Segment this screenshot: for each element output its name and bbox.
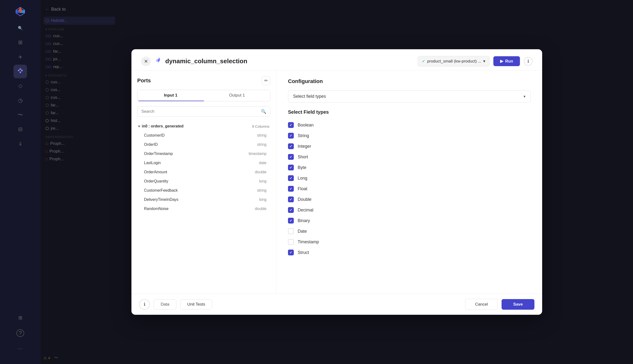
checkbox-double[interactable] (288, 196, 294, 202)
sidebar-item-graph[interactable] (14, 65, 27, 78)
configuration-panel: Configuration Select field types ▾ Selec… (276, 70, 542, 294)
checkbox-date[interactable] (288, 228, 294, 234)
ports-tabs: Input 1 Output 1 (137, 90, 270, 102)
sidebar-item-layout[interactable]: ⊟ (14, 122, 27, 136)
save-label: Save (513, 302, 523, 306)
sidebar-item-home[interactable]: ⊞ (14, 36, 27, 49)
checkbox-boolean[interactable] (288, 122, 294, 128)
sidebar-item-table[interactable]: ⊞ (14, 311, 27, 324)
checkbox-short[interactable] (288, 154, 294, 160)
sidebar-item-clock[interactable]: ◷ (14, 94, 27, 107)
field-type-label-long: Long (298, 176, 307, 181)
clock-icon: ◷ (18, 97, 23, 104)
cancel-button[interactable]: Cancel (465, 299, 498, 310)
column-row: OrderQuantity long (137, 177, 270, 186)
ports-header: Ports ✏ (137, 76, 270, 85)
configuration-title: Configuration (288, 78, 531, 84)
ports-title: Ports (137, 78, 151, 84)
columns-count: 9 Columns (252, 124, 269, 128)
field-type-float: Float (288, 184, 531, 194)
search-box: 🔍 (137, 106, 270, 117)
product-selector-dropdown[interactable]: ✓ product_small (kw-product) ... ▾ (418, 56, 489, 66)
field-type-label-struct: Struct (298, 250, 309, 255)
checkbox-struct[interactable] (288, 250, 294, 256)
svg-rect-6 (21, 70, 23, 71)
ports-edit-button[interactable]: ✏ (262, 76, 270, 85)
checkbox-string[interactable] (288, 133, 294, 138)
run-button[interactable]: ▶ Run (493, 56, 520, 66)
field-type-label-short: Short (298, 154, 308, 160)
plus-icon: + (18, 53, 22, 61)
tab-input[interactable]: Input 1 (137, 90, 204, 101)
sidebar-search-btn[interactable]: 🔍 (15, 22, 26, 34)
data-button[interactable]: Data (154, 299, 176, 310)
group-name: in0 : orders_generated (142, 124, 184, 128)
modal-title: dynamic_column_selection (165, 58, 418, 65)
field-type-byte: Byte (288, 162, 531, 173)
checkbox-float[interactable] (288, 186, 294, 192)
download-icon: ⇓ (18, 141, 23, 147)
diamond-icon: ◇ (18, 83, 23, 89)
info-icon: ℹ (527, 59, 529, 64)
column-row: OrderTimestamp timestamp (137, 149, 270, 158)
modal-header: ✕ dynamic_column_selection ✓ product_sma… (131, 49, 542, 70)
run-label: Run (505, 59, 513, 64)
columns-group-header: ▾ in0 : orders_generated 9 Columns (137, 122, 270, 131)
checkbox-decimal[interactable] (288, 207, 294, 213)
sidebar-item-download[interactable]: ⇓ (14, 137, 27, 150)
close-button[interactable]: ✕ (141, 56, 151, 66)
activity-icon: 〜 (18, 111, 23, 118)
svg-line-10 (21, 70, 21, 72)
select-field-types-title: Select Field types (288, 109, 531, 115)
footer-info-button[interactable]: ℹ (139, 299, 150, 310)
field-type-label-float: Float (298, 186, 307, 192)
field-type-string: String (288, 130, 531, 141)
output-tab-count: 1 (243, 93, 245, 98)
search-input[interactable] (141, 109, 258, 114)
field-type-decimal: Decimal (288, 205, 531, 215)
field-type-dropdown[interactable]: Select field types ▾ (288, 90, 531, 102)
field-type-integer: Integer (288, 141, 531, 152)
search-icon: 🔍 (18, 26, 23, 30)
checkbox-integer[interactable] (288, 144, 294, 149)
field-type-label-decimal: Decimal (298, 208, 313, 213)
sidebar-item-help[interactable]: ? (14, 326, 27, 340)
sidebar-item-more[interactable]: ⋯ (14, 342, 27, 355)
app-logo (14, 5, 27, 18)
field-type-label-integer: Integer (298, 144, 311, 149)
input-tab-label: Input (164, 93, 174, 98)
column-row: CustomerID string (137, 131, 270, 140)
tab-output[interactable]: Output 1 (204, 90, 270, 101)
column-row: LastLogin date (137, 158, 270, 168)
save-button[interactable]: Save (502, 299, 534, 310)
unit-tests-button[interactable]: Unit Tests (180, 299, 212, 310)
column-row: RandomNoise double (137, 204, 270, 214)
sidebar-item-add[interactable]: + (14, 50, 27, 64)
checkbox-timestamp[interactable] (288, 239, 294, 245)
field-type-double: Double (288, 194, 531, 205)
svg-rect-7 (20, 72, 21, 73)
checkbox-byte[interactable] (288, 164, 294, 170)
table-icon: ⊞ (18, 315, 23, 320)
checkbox-long[interactable] (288, 175, 294, 181)
data-label: Data (161, 302, 169, 306)
edit-icon: ✏ (264, 78, 268, 83)
output-tab-label: Output (229, 93, 241, 98)
more-icon: ⋯ (18, 346, 23, 352)
info-button[interactable]: ℹ (524, 57, 532, 66)
column-row: OrderAmount double (137, 168, 270, 177)
field-type-label-date: Date (298, 229, 307, 234)
field-type-label-timestamp: Timestamp (298, 240, 319, 244)
check-icon: ✓ (422, 59, 425, 64)
home-icon: ⊞ (18, 39, 23, 46)
field-type-boolean: Boolean (288, 120, 531, 130)
modal-body: Ports ✏ Input 1 Output 1 (131, 70, 542, 294)
modal-footer: ℹ Data Unit Tests Cancel Save (131, 294, 542, 315)
checkbox-binary[interactable] (288, 218, 294, 224)
sidebar-item-diamond[interactable]: ◇ (14, 79, 27, 93)
svg-line-8 (19, 69, 20, 70)
field-type-short: Short (288, 152, 531, 162)
play-icon: ▶ (500, 59, 503, 64)
sidebar-item-activity[interactable]: 〜 (14, 108, 27, 122)
collapse-icon: ▾ (138, 124, 140, 128)
